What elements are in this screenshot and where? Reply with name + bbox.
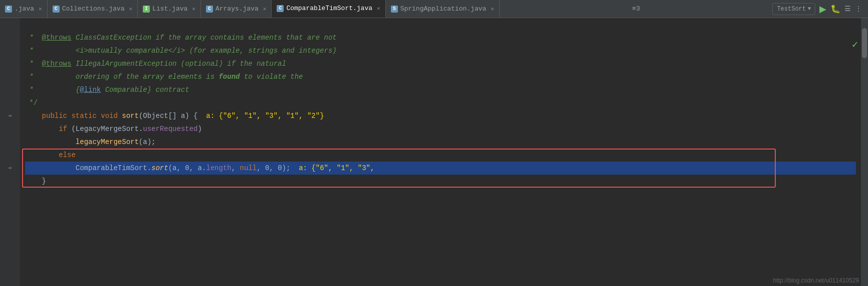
tab-collections-icon: C (53, 6, 60, 13)
code-line-11: else (25, 149, 856, 162)
code-link: @link (80, 83, 101, 96)
tab-java-close[interactable]: ✕ (39, 6, 42, 12)
code-text: * { (25, 83, 80, 96)
tab-spring-icon: S (391, 6, 398, 13)
code-line-1 (25, 18, 856, 31)
code-line-13: } (25, 175, 856, 188)
breakpoint-arrow: ⇒ (8, 109, 12, 122)
breakpoint-arrow-current: ⇒ (8, 162, 12, 175)
code-text (67, 109, 71, 122)
highlight-region: else ComparableTimSort.sort(a, 0, a.leng… (25, 149, 856, 188)
tab-spring[interactable]: S SpringApplication.java ✕ (386, 0, 500, 18)
run-config-dropdown-icon[interactable]: ▼ (808, 6, 811, 12)
code-text: ) (197, 122, 201, 135)
code-text: * <i>mutually comparable</i> (for exampl… (25, 44, 337, 57)
code-keyword: if (59, 122, 67, 135)
code-line-7: */ (25, 96, 856, 109)
code-line-9: if (LegacyMergeSort.userRequested) (25, 122, 856, 135)
found-text: found (219, 70, 240, 83)
run-config-label: TestSort (777, 6, 806, 13)
code-method: legacyMergeSort (76, 135, 139, 149)
code-text (25, 122, 59, 135)
code-throws: @throws (42, 31, 72, 44)
tab-list-icon: I (143, 6, 150, 13)
tab-java-label: .java (15, 5, 34, 13)
tab-spring-label: SpringApplication.java (400, 5, 487, 13)
code-text: * (25, 31, 42, 44)
code-keyword-else: else (59, 149, 76, 162)
code-text: } (25, 175, 46, 188)
code-field: userRequested (143, 122, 197, 135)
debug-value-inline: a: {"6", "1", "3", (290, 162, 374, 175)
code-line-12: ComparableTimSort.sort(a, 0, a.length, n… (25, 162, 856, 175)
tab-java[interactable]: C .java ✕ (0, 0, 48, 18)
run-button[interactable]: ▶ (819, 4, 826, 15)
debug-value: a: {"6", "1", "3", "1", "2"} (206, 109, 324, 122)
code-keyword: static (71, 109, 96, 122)
code-keyword-null: null (240, 162, 257, 175)
code-text: */ (25, 96, 38, 109)
scrollbar-vertical[interactable] (861, 18, 868, 286)
tab-comparabletim-label: ComparableTimSort.java (286, 5, 372, 12)
code-text: Comparable} contract (101, 83, 189, 96)
code-text: ComparableTimSort. (25, 162, 151, 175)
tab-arrays-icon: C (206, 6, 213, 13)
tab-spring-close[interactable]: ✕ (491, 6, 494, 12)
code-method: sort (122, 109, 139, 122)
tab-bar: C .java ✕ C Collections.java ✕ I List.ja… (0, 0, 868, 18)
debug-button[interactable]: 🐛 (830, 4, 840, 14)
watermark: http://blog.csdn.net/u011410529 (773, 277, 859, 284)
code-text: * (25, 57, 42, 70)
code-line-5: * ordering of the array elements is foun… (25, 70, 856, 83)
code-throws2: @throws (42, 57, 72, 70)
tab-collections[interactable]: C Collections.java ✕ (48, 0, 138, 18)
coverage-button[interactable]: ☰ (844, 5, 851, 13)
code-line-3: * <i>mutually comparable</i> (for exampl… (25, 44, 856, 57)
code-text (25, 135, 76, 149)
line-number-gutter: ⇒ ⇒ (0, 18, 20, 286)
code-text: (a, 0, a. (168, 162, 206, 175)
code-text: IllegalArgumentException (optional) if t… (71, 57, 286, 70)
code-line-6: * {@link Comparable} contract (25, 83, 856, 96)
code-line-4: * @throws IllegalArgumentException (opti… (25, 57, 856, 70)
code-text (118, 109, 122, 122)
tab-comparabletim-icon: C (277, 5, 284, 12)
tab-list-close[interactable]: ✕ (192, 6, 195, 12)
code-text: ClassCastException if the array contains… (71, 31, 336, 44)
code-text: (LegacyMergeSort. (67, 122, 143, 135)
code-text (97, 109, 101, 122)
tab-comparabletim-close[interactable]: ✕ (377, 5, 380, 12)
code-line-10: legacyMergeSort(a); (25, 135, 856, 149)
more-button[interactable]: ⋮ (855, 5, 862, 13)
tab-collections-close[interactable]: ✕ (129, 6, 132, 12)
code-line-8: public static void sort(Object[] a) { a:… (25, 109, 856, 122)
tab-list[interactable]: I List.java ✕ (138, 0, 201, 18)
tab-java-icon: C (5, 6, 12, 13)
scrollbar-thumb[interactable] (862, 28, 867, 58)
tab-overflow[interactable]: ≡3 (627, 5, 645, 13)
code-text: (a); (139, 135, 156, 149)
tab-arrays-close[interactable]: ✕ (263, 6, 267, 12)
tab-arrays[interactable]: C Arrays.java ✕ (201, 0, 272, 18)
code-method-sort: sort (151, 162, 168, 175)
code-text (25, 149, 59, 162)
code-keyword: void (101, 109, 118, 122)
code-line-2: * @throws ClassCastException if the arra… (25, 31, 856, 44)
code-text (25, 109, 42, 122)
tab-comparabletim[interactable]: C ComparableTimSort.java ✕ (272, 0, 385, 18)
tab-arrays-label: Arrays.java (215, 5, 259, 13)
code-content: * @throws ClassCastException if the arra… (20, 18, 861, 286)
tab-list-label: List.java (152, 5, 187, 13)
code-text: , 0, 0); (257, 162, 290, 175)
code-text: , (232, 162, 240, 175)
code-field-length: length (206, 162, 231, 175)
code-text: * ordering of the array elements is (25, 70, 219, 83)
tab-collections-label: Collections.java (62, 5, 125, 13)
code-keyword: public (42, 109, 67, 122)
editor-area: ✓ ⇒ ⇒ (0, 18, 868, 286)
code-text: to violate the (240, 70, 303, 83)
code-text: (Object[] a) { (139, 109, 206, 122)
